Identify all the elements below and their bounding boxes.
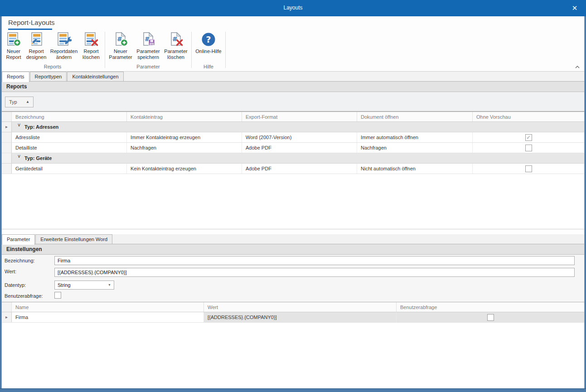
window-border-bottom — [0, 388, 586, 392]
wert-field[interactable] — [54, 268, 575, 277]
ribbon: Report-Layouts — [2, 16, 584, 72]
tab-erweiterte-einstellungen-word[interactable]: Erweiterte Einstellungen Word — [35, 234, 112, 244]
close-icon[interactable]: ✕ — [570, 4, 580, 13]
report-designen-button[interactable]: Reportdesignen — [24, 30, 48, 60]
ribbon-tab-report-layouts[interactable]: Report-Layouts — [8, 19, 55, 26]
reports-grid: Bezeichnung Kontakteintrag Export-Format… — [2, 111, 584, 174]
online-hilfe-button[interactable]: ? Online-Hilfe — [194, 30, 223, 54]
ribbon-separator — [191, 32, 192, 68]
column-header-kontakteintrag[interactable]: Kontakteintrag — [127, 112, 242, 121]
new-report-icon — [6, 32, 21, 47]
row-indicator: ▸ — [2, 122, 12, 132]
group-row-typ-geraete[interactable]: ∨ Typ: Geräte — [2, 153, 584, 164]
ribbon-separator — [105, 32, 105, 68]
tab-reports[interactable]: Reports — [2, 72, 29, 82]
pane-splitter[interactable] — [2, 229, 584, 229]
column-header-bezeichnung[interactable]: Bezeichnung — [12, 112, 127, 121]
row-indicator: ▸ — [2, 312, 12, 322]
column-header-name[interactable]: Name — [12, 302, 204, 312]
ohne-vorschau-checkbox[interactable]: ✓ — [525, 134, 532, 141]
neuer-parameter-button[interactable]: # NeuerParameter — [107, 30, 134, 60]
column-header-ohne-vorschau[interactable]: Ohne Vorschau — [473, 112, 584, 121]
datentyp-dropdown[interactable]: String ▼ — [54, 281, 114, 290]
titlebar: Layouts ✕ — [0, 0, 586, 16]
design-report-icon — [29, 32, 44, 47]
group-by-panel: Typ ▲ — [2, 92, 584, 111]
collapse-ribbon-icon[interactable] — [574, 63, 581, 69]
table-row-firma[interactable]: ▸ Firma [{ADDRESSES}.{COMPANY0}] — [2, 312, 584, 323]
ribbon-group-label-hilfe: Hilfe — [194, 64, 223, 71]
table-row-adressliste[interactable]: Adressliste Immer Kontakteintrag erzeuge… — [2, 132, 584, 143]
ohne-vorschau-checkbox[interactable] — [525, 165, 532, 172]
main-tabstrip: Reports Reporttypen Kontakteinstellungen — [2, 72, 584, 82]
reportdaten-aendern-button[interactable]: Reportdatenändern — [48, 30, 80, 60]
ribbon-separator — [225, 32, 226, 68]
ribbon-group-label-parameter: Parameter — [107, 64, 189, 71]
benutzerabfrage-row-checkbox[interactable] — [487, 314, 494, 321]
button-label: Neuer — [7, 48, 20, 54]
svg-text:?: ? — [206, 34, 211, 44]
einstellungen-header: Einstellungen — [2, 244, 584, 255]
group-by-typ-button[interactable]: Typ ▲ — [5, 97, 34, 107]
row-indicator-header — [2, 112, 12, 121]
column-header-benutzerabfrage[interactable]: Benutzerabfrage — [397, 302, 584, 312]
check-icon: ✓ — [526, 135, 530, 140]
window-border-right — [584, 16, 586, 392]
chevron-down-icon[interactable]: ∨ — [17, 122, 21, 132]
tab-kontakteinstellungen[interactable]: Kontakteinstellungen — [67, 72, 123, 81]
parameter-tabstrip: Parameter Erweiterte Einstellungen Word — [2, 234, 584, 244]
ohne-vorschau-checkbox[interactable] — [525, 145, 532, 151]
new-parameter-icon: # — [113, 32, 128, 47]
table-row-geraetedetail[interactable]: Gerätedetail Kein Kontakteintrag erzeuge… — [2, 164, 584, 174]
ribbon-group-parameter: # NeuerParameter # — [107, 30, 190, 71]
focused-cell: Firma — [12, 312, 204, 322]
layouts-dialog: Layouts ✕ Report-Layouts — [0, 0, 586, 392]
einstellungen-form: Bezeichnung: Wert: Datentyp: String ▼ Be… — [2, 255, 584, 302]
save-parameter-icon: # — [140, 32, 156, 47]
parameter-grid: Name Wert Benutzerabfrage ▸ Firma [{ADDR… — [2, 302, 584, 323]
datentyp-label: Datentyp: — [5, 282, 26, 288]
chevron-down-icon[interactable]: ∨ — [17, 153, 21, 163]
ribbon-group-reports: NeuerReport — [2, 30, 103, 71]
online-help-icon: ? — [201, 32, 216, 47]
report-loeschen-button[interactable]: Reportlöschen — [80, 30, 102, 60]
tab-parameter[interactable]: Parameter — [2, 234, 35, 245]
reports-panel-header: Reports — [2, 82, 584, 92]
delete-parameter-icon: # — [168, 32, 184, 47]
group-row-typ-adressen[interactable]: ▸ ∨ Typ: Adressen — [2, 122, 584, 132]
delete-report-icon — [83, 32, 99, 47]
wert-label: Wert: — [5, 269, 16, 274]
column-header-dokument-oeffnen[interactable]: Dokument öffnen — [357, 112, 473, 121]
tab-reporttypen[interactable]: Reporttypen — [30, 72, 67, 81]
table-row-detailliste[interactable]: Detailliste Nachfragen Adobe PDF Nachfra… — [2, 143, 584, 153]
column-header-wert[interactable]: Wert — [204, 302, 397, 312]
sort-ascending-icon: ▲ — [26, 97, 29, 107]
svg-text:#: # — [172, 35, 178, 43]
parameter-speichern-button[interactable]: # Parameterspeichern — [134, 30, 163, 60]
parameter-grid-header: Name Wert Benutzerabfrage — [2, 302, 584, 312]
reports-grid-header: Bezeichnung Kontakteintrag Export-Format… — [2, 111, 584, 122]
parameter-loeschen-button[interactable]: # Parameterlöschen — [163, 30, 189, 60]
column-header-export-format[interactable]: Export-Format — [242, 112, 357, 121]
bezeichnung-field[interactable] — [54, 256, 575, 265]
ribbon-group-hilfe: ? Online-Hilfe Hilfe — [193, 30, 224, 71]
window-title: Layouts — [0, 5, 586, 11]
benutzerabfrage-checkbox[interactable] — [54, 292, 61, 299]
benutzerabfrage-label: Benutzerabfrage: — [5, 293, 43, 299]
chevron-down-icon: ▼ — [108, 281, 111, 289]
neuer-report-button[interactable]: NeuerReport — [3, 30, 24, 60]
ribbon-group-label-reports: Reports — [3, 64, 102, 71]
edit-reportdata-icon — [56, 32, 72, 47]
bezeichnung-label: Bezeichnung: — [5, 258, 35, 263]
